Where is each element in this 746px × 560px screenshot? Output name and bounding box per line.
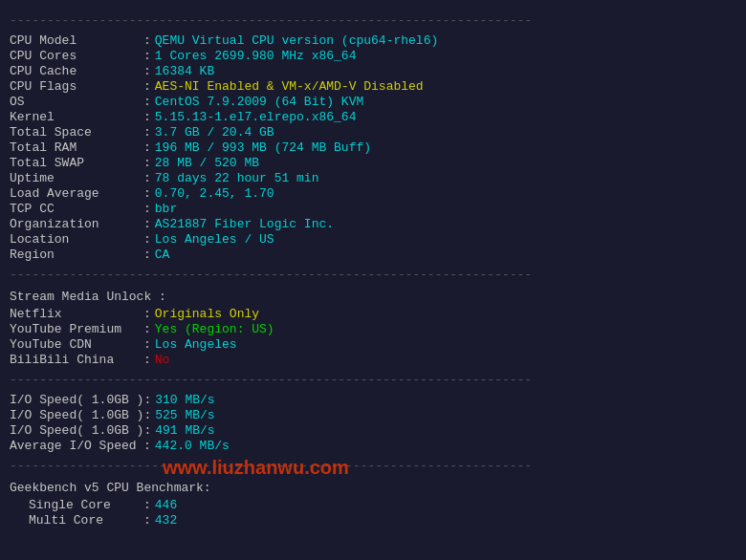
youtube-premium-label: YouTube Premium — [10, 322, 143, 336]
cpu-cores-value: 1 Cores 2699.980 MHz x86_64 — [155, 49, 357, 63]
netflix-label: Netflix — [10, 307, 143, 321]
watermark: www.liuzhanwu.com — [163, 457, 349, 479]
os-label: OS — [10, 95, 143, 109]
bilibili-label: BiliBili China — [10, 353, 143, 367]
uptime-label: Uptime — [10, 171, 143, 185]
single-core-value: 446 — [155, 498, 177, 512]
org-row: Organization : AS21887 Fiber Logic Inc. — [10, 217, 736, 231]
bilibili-value: No — [155, 353, 170, 367]
cpu-cache-value: 16384 KB — [155, 64, 214, 78]
total-swap-value: 28 MB / 520 MB — [155, 156, 259, 170]
netflix-value: Originals Only — [155, 307, 259, 321]
youtube-cdn-row: YouTube CDN : Los Angeles — [10, 337, 736, 352]
stream-title-row: Stream Media Unlock : — [10, 288, 736, 306]
youtube-cdn-label: YouTube CDN — [10, 337, 143, 352]
region-value: CA — [155, 248, 170, 262]
total-ram-value: 196 MB / 993 MB (724 MB Buff) — [155, 140, 371, 155]
divider-stream: ----------------------------------------… — [10, 268, 736, 282]
divider-io: ----------------------------------------… — [10, 373, 736, 387]
multi-core-label: Multi Core — [10, 513, 143, 528]
kernel-value: 5.15.13-1.el7.elrepo.x86_64 — [155, 110, 357, 124]
cpu-cache-row: CPU Cache : 16384 KB — [10, 64, 736, 78]
cpu-flags-row: CPU Flags : AES-NI Enabled & VM-x/AMD-V … — [10, 79, 736, 94]
io3-row: I/O Speed( 1.0GB ) : 491 MB/s — [10, 423, 736, 438]
youtube-premium-value: Yes (Region: US) — [155, 322, 274, 336]
netflix-row: Netflix : Originals Only — [10, 307, 736, 321]
location-label: Location — [10, 232, 143, 247]
avg-io-label: Average I/O Speed — [10, 439, 143, 453]
tcp-cc-label: TCP CC — [10, 202, 143, 216]
tcp-cc-value: bbr — [155, 202, 177, 216]
kernel-label: Kernel — [10, 110, 143, 124]
location-row: Location : Los Angeles / US www.liuzhanw… — [10, 232, 736, 247]
youtube-premium-row: YouTube Premium : Yes (Region: US) — [10, 322, 736, 336]
total-space-label: Total Space — [10, 125, 143, 140]
org-label: Organization — [10, 217, 143, 231]
avg-io-row: Average I/O Speed : 442.0 MB/s — [10, 439, 736, 453]
single-core-row: Single Core : 446 — [10, 498, 736, 512]
geekbench-title-row: Geekbench v5 CPU Benchmark: — [10, 479, 736, 497]
io2-row: I/O Speed( 1.0GB ) : 525 MB/s — [10, 408, 736, 422]
load-avg-value: 0.70, 2.45, 1.70 — [155, 186, 274, 201]
io1-value: 310 MB/s — [155, 393, 214, 407]
cpu-model-row: CPU Model : QEMU Virtual CPU version (cp… — [10, 33, 736, 48]
io2-label: I/O Speed( 1.0GB ) — [10, 408, 143, 422]
geekbench-title: Geekbench v5 CPU Benchmark: — [10, 481, 211, 495]
region-row: Region : CA — [10, 248, 736, 262]
divider-top: ----------------------------------------… — [10, 13, 736, 28]
uptime-value: 78 days 22 hour 51 min — [155, 171, 319, 185]
cpu-cores-row: CPU Cores : 1 Cores 2699.980 MHz x86_64 — [10, 49, 736, 63]
cpu-cores-label: CPU Cores — [10, 49, 143, 63]
cpu-flags-label: CPU Flags — [10, 79, 143, 94]
os-value: CentOS 7.9.2009 (64 Bit) KVM — [155, 95, 363, 109]
kernel-row: Kernel : 5.15.13-1.el7.elrepo.x86_64 — [10, 110, 736, 124]
divider-geekbench: ----------------------------------------… — [10, 459, 736, 473]
total-space-value: 3.7 GB / 20.4 GB — [155, 125, 274, 140]
load-avg-label: Load Average — [10, 186, 143, 201]
cpu-model-value: QEMU Virtual CPU version (cpu64-rhel6) — [155, 33, 438, 48]
io1-label: I/O Speed( 1.0GB ) — [10, 393, 143, 407]
load-avg-row: Load Average : 0.70, 2.45, 1.70 — [10, 186, 736, 201]
uptime-row: Uptime : 78 days 22 hour 51 min — [10, 171, 736, 185]
io3-value: 491 MB/s — [155, 423, 214, 438]
io3-label: I/O Speed( 1.0GB ) — [10, 423, 143, 438]
total-ram-row: Total RAM : 196 MB / 993 MB (724 MB Buff… — [10, 140, 736, 155]
io2-value: 525 MB/s — [155, 408, 214, 422]
cpu-cache-label: CPU Cache — [10, 64, 143, 78]
os-row: OS : CentOS 7.9.2009 (64 Bit) KVM — [10, 95, 736, 109]
tcp-cc-row: TCP CC : bbr — [10, 202, 736, 216]
total-space-row: Total Space : 3.7 GB / 20.4 GB — [10, 125, 736, 140]
total-swap-label: Total SWAP — [10, 156, 143, 170]
youtube-cdn-value: Los Angeles — [155, 337, 237, 352]
region-label: Region — [10, 248, 143, 262]
cpu-model-label: CPU Model — [10, 33, 143, 48]
org-value: AS21887 Fiber Logic Inc. — [155, 217, 334, 231]
io1-row: I/O Speed( 1.0GB ) : 310 MB/s — [10, 393, 736, 407]
total-swap-row: Total SWAP : 28 MB / 520 MB — [10, 156, 736, 170]
cpu-flags-value: AES-NI Enabled & VM-x/AMD-V Disabled — [155, 79, 424, 94]
multi-core-value: 432 — [155, 513, 177, 528]
single-core-label: Single Core — [10, 498, 143, 512]
avg-io-value: 442.0 MB/s — [155, 439, 230, 453]
stream-title: Stream Media Unlock : — [10, 290, 166, 304]
bilibili-row: BiliBili China : No — [10, 353, 736, 367]
multi-core-row: Multi Core : 432 — [10, 513, 736, 528]
total-ram-label: Total RAM — [10, 140, 143, 155]
location-value: Los Angeles / US — [155, 232, 274, 247]
